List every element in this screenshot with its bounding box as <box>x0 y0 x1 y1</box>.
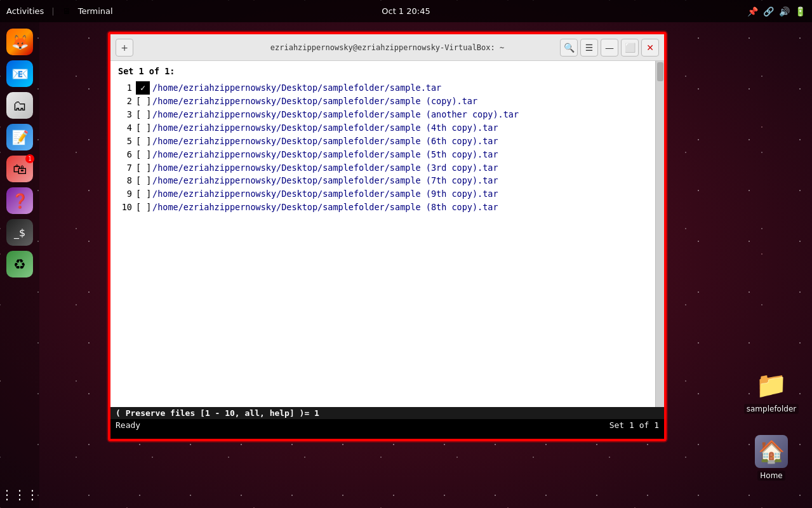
topbar-separator: | <box>51 6 54 16</box>
terminal-app-label[interactable]: Terminal <box>78 6 113 16</box>
file-path: /home/ezriahzippernowsky/Desktop/samplef… <box>152 95 477 108</box>
topbar: Activities | 🖥 Terminal Oct 1 20:45 📌 🔗 … <box>0 0 812 22</box>
dock-item-terminal[interactable]: _$ <box>6 219 33 246</box>
hamburger-icon: ☰ <box>585 43 594 53</box>
row-number: 9 <box>118 187 132 201</box>
row-number: 2 <box>118 95 132 108</box>
table-row[interactable]: 2[ ]/home/ezriahzippernowsky/Desktop/sam… <box>118 95 656 108</box>
volume-icon[interactable]: 🔊 <box>779 6 790 17</box>
appstore-badge: 1 <box>25 154 34 163</box>
status-ready: Ready <box>116 420 140 430</box>
dock-item-files[interactable]: 🗂 <box>6 92 33 119</box>
search-button[interactable]: 🔍 <box>560 39 578 57</box>
activities-button[interactable]: Activities <box>6 6 44 16</box>
checkbox[interactable]: [ ] <box>136 135 150 148</box>
maximize-icon: ⬜ <box>625 43 636 53</box>
scrollbar-thumb[interactable] <box>657 62 663 81</box>
row-number: 3 <box>118 108 132 121</box>
checkbox[interactable]: [ ] <box>136 95 150 108</box>
close-button[interactable]: ✕ <box>641 39 659 57</box>
battery-icon[interactable]: 🔋 <box>795 6 806 17</box>
row-number: 6 <box>118 148 132 161</box>
close-icon: ✕ <box>646 43 654 53</box>
table-row[interactable]: 1✓/home/ezriahzippernowsky/Desktop/sampl… <box>118 81 656 95</box>
network-icon[interactable]: 🔗 <box>763 6 774 17</box>
new-tab-button[interactable]: + <box>116 39 133 57</box>
checkbox[interactable]: [ ] <box>136 174 150 187</box>
file-path: /home/ezriahzippernowsky/Desktop/samplef… <box>152 187 498 201</box>
dock-item-recycle[interactable]: ♻ <box>6 251 33 277</box>
status-line: Ready Set 1 of 1 <box>110 419 664 431</box>
dock-item-show-apps[interactable]: ⋮⋮⋮ <box>6 481 33 508</box>
minimize-icon: — <box>605 43 614 53</box>
checkbox[interactable]: ✓ <box>136 81 150 95</box>
row-number: 5 <box>118 135 132 148</box>
file-path: /home/ezriahzippernowsky/Desktop/samplef… <box>152 108 519 121</box>
table-row[interactable]: 8[ ]/home/ezriahzippernowsky/Desktop/sam… <box>118 174 656 187</box>
topbar-datetime: Oct 1 20:45 <box>382 6 430 16</box>
topbar-left: Activities | 🖥 Terminal <box>6 6 113 16</box>
samplefolder-label: samplefolder <box>744 404 799 414</box>
home-icon: 🏠 <box>755 435 788 468</box>
checkbox[interactable]: [ ] <box>136 108 150 121</box>
terminal-statusbar: ( Preserve files [1 - 10, all, help] )= … <box>110 407 664 439</box>
table-row[interactable]: 5[ ]/home/ezriahzippernowsky/Desktop/sam… <box>118 135 656 148</box>
menu-button[interactable]: ☰ <box>580 39 598 57</box>
terminal-window: + ezriahzippernowsky@ezriahzippernowsky-… <box>108 32 667 441</box>
dock-item-thunderbird[interactable]: 📧 <box>6 60 33 87</box>
application-dock: 🦊 📧 🗂 📝 🛍 1 ❓ _$ ♻ ⋮⋮⋮ <box>0 22 39 508</box>
checkbox[interactable]: [ ] <box>136 201 150 214</box>
desktop-icon-home[interactable]: 🏠 Home <box>746 435 797 481</box>
search-icon: 🔍 <box>564 43 575 53</box>
row-number: 7 <box>118 161 132 175</box>
row-number: 8 <box>118 174 132 187</box>
prompt-line[interactable]: ( Preserve files [1 - 10, all, help] )= … <box>110 407 664 419</box>
dock-item-appstore[interactable]: 🛍 1 <box>6 156 33 182</box>
plus-icon: + <box>121 43 128 53</box>
file-path: /home/ezriahzippernowsky/Desktop/samplef… <box>152 201 498 214</box>
terminal-titlebar: + ezriahzippernowsky@ezriahzippernowsky-… <box>110 34 664 61</box>
dock-item-help[interactable]: ❓ <box>6 187 33 214</box>
file-path: /home/ezriahzippernowsky/Desktop/samplef… <box>152 174 498 187</box>
titlebar-left: + <box>116 39 133 57</box>
desktop-icon-samplefolder[interactable]: 📁 samplefolder <box>746 368 797 414</box>
status-set-info: Set 1 of 1 <box>609 420 659 430</box>
dock-item-writer[interactable]: 📝 <box>6 124 33 150</box>
file-list: 1✓/home/ezriahzippernowsky/Desktop/sampl… <box>118 81 656 214</box>
pin-icon[interactable]: 📌 <box>747 6 758 17</box>
file-path: /home/ezriahzippernowsky/Desktop/samplef… <box>152 148 498 161</box>
table-row[interactable]: 10[ ]/home/ezriahzippernowsky/Desktop/sa… <box>118 201 656 214</box>
terminal-content: Set 1 of 1: 1✓/home/ezriahzippernowsky/D… <box>110 61 664 407</box>
set-header: Set 1 of 1: <box>118 66 656 76</box>
maximize-button[interactable]: ⬜ <box>621 39 639 57</box>
file-path: /home/ezriahzippernowsky/Desktop/samplef… <box>152 121 498 135</box>
terminal-title: ezriahzippernowsky@ezriahzippernowsky-Vi… <box>270 43 504 52</box>
row-number: 10 <box>118 201 132 214</box>
table-row[interactable]: 9[ ]/home/ezriahzippernowsky/Desktop/sam… <box>118 187 656 201</box>
table-row[interactable]: 7[ ]/home/ezriahzippernowsky/Desktop/sam… <box>118 161 656 175</box>
file-path: /home/ezriahzippernowsky/Desktop/samplef… <box>152 161 498 175</box>
checkbox[interactable]: [ ] <box>136 161 150 175</box>
checkbox[interactable]: [ ] <box>136 187 150 201</box>
file-path: /home/ezriahzippernowsky/Desktop/samplef… <box>152 135 498 148</box>
titlebar-controls: 🔍 ☰ — ⬜ ✕ <box>560 39 659 57</box>
checkbox[interactable]: [ ] <box>136 148 150 161</box>
minimize-button[interactable]: — <box>601 39 618 57</box>
home-label: Home <box>757 471 785 481</box>
scrollbar[interactable] <box>655 61 664 407</box>
dock-item-firefox[interactable]: 🦊 <box>6 29 33 55</box>
row-number: 4 <box>118 121 132 135</box>
table-row[interactable]: 6[ ]/home/ezriahzippernowsky/Desktop/sam… <box>118 148 656 161</box>
table-row[interactable]: 4[ ]/home/ezriahzippernowsky/Desktop/sam… <box>118 121 656 135</box>
topbar-right: 📌 🔗 🔊 🔋 <box>747 6 806 17</box>
table-row[interactable]: 3[ ]/home/ezriahzippernowsky/Desktop/sam… <box>118 108 656 121</box>
checkbox[interactable]: [ ] <box>136 121 150 135</box>
file-path: /home/ezriahzippernowsky/Desktop/samplef… <box>152 81 441 95</box>
samplefolder-icon: 📁 <box>755 368 788 401</box>
row-number: 1 <box>118 81 132 95</box>
